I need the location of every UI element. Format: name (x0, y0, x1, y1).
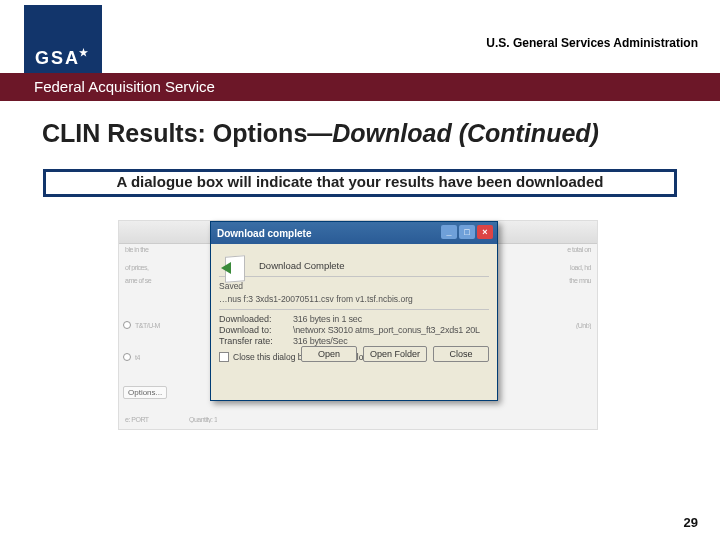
dialog-title-text: Download complete (217, 228, 311, 239)
download-complete-dialog: Download complete _ □ × Download Complet… (210, 221, 498, 401)
dialog-body: Download Complete Saved …nus f:3 3xds1-2… (211, 244, 497, 368)
bg-text-frag: (Unb) (576, 322, 591, 329)
checkbox-icon[interactable] (219, 352, 229, 362)
dialog-row-val: 316 bytes in 1 sec (293, 314, 362, 324)
bg-text-frag: t4 (135, 354, 140, 361)
dialog-row-val: \networx S3010 atms_port_conus_ft3_2xds1… (293, 325, 480, 335)
dialog-row-val: 316 bytes/Sec (293, 336, 347, 346)
dialog-title-bar: Download complete _ □ × (211, 222, 497, 244)
maroon-bar: Federal Acquisition Service (0, 73, 720, 101)
download-file-icon (221, 256, 249, 286)
dialog-window-buttons: _ □ × (441, 225, 493, 239)
bg-radio (123, 321, 131, 329)
minimize-icon[interactable]: _ (441, 225, 457, 239)
bg-options-button: Options... (123, 386, 167, 399)
bg-text-frag: load, hd (541, 264, 591, 271)
star-icon: ★ (79, 47, 90, 58)
screenshot-area: ble in the e total on of prices, load, h… (118, 220, 598, 430)
bg-text-frag: e: PORT (125, 416, 149, 423)
close-icon[interactable]: × (477, 225, 493, 239)
gsa-logo: GSA★ (24, 5, 102, 73)
open-button[interactable]: Open (301, 346, 357, 362)
dialog-row-key: Downloaded: (219, 314, 293, 324)
close-button[interactable]: Close (433, 346, 489, 362)
bg-text-frag: of prices, (125, 264, 175, 271)
dialog-heading: Download Complete (259, 260, 489, 271)
dialog-separator (219, 276, 489, 277)
dialog-row: Download to: \networx S3010 atms_port_co… (219, 325, 489, 335)
dialog-row-key: Download to: (219, 325, 293, 335)
dialog-saved-value: …nus f:3 3xds1-20070511.csv from v1.tsf.… (219, 294, 489, 304)
bg-text-frag: ble in the (125, 246, 175, 253)
gsa-logo-text: GSA★ (35, 48, 91, 69)
header-agency-name: U.S. General Services Administration (486, 36, 698, 50)
dialog-row: Downloaded: 316 bytes in 1 sec (219, 314, 489, 324)
bg-text-frag: e total on (541, 246, 591, 253)
bg-radio (123, 353, 131, 361)
bg-text-frag: Quantity: 1 (189, 416, 217, 423)
body-callout-box: A dialogue box will indicate that your r… (43, 169, 677, 197)
body-callout-text: A dialogue box will indicate that your r… (52, 172, 668, 192)
maroon-bar-text: Federal Acquisition Service (34, 78, 215, 95)
bg-text-frag: ame of se (125, 277, 175, 284)
slide-title: CLIN Results: Options—Download (Continue… (42, 118, 690, 148)
dialog-saved-label: Saved (219, 281, 489, 291)
maximize-icon[interactable]: □ (459, 225, 475, 239)
bg-text-frag: T&T/U-M (135, 322, 160, 329)
page-number: 29 (684, 515, 698, 530)
dialog-action-row: Open Open Folder Close (301, 346, 489, 362)
bg-text-frag: the mnu (541, 277, 591, 284)
dialog-row: Transfer rate: 316 bytes/Sec (219, 336, 489, 346)
dialog-row-key: Transfer rate: (219, 336, 293, 346)
open-folder-button[interactable]: Open Folder (363, 346, 427, 362)
dialog-separator (219, 309, 489, 310)
